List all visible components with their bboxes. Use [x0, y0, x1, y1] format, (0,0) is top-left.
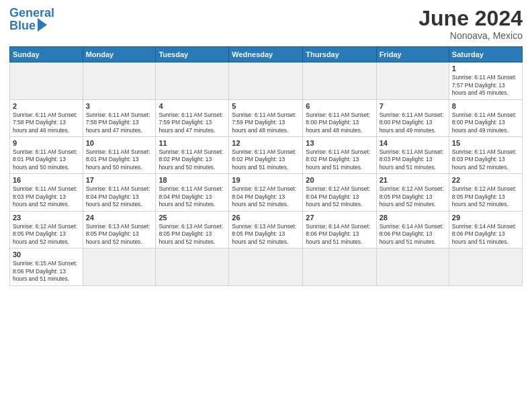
table-row: 8Sunrise: 6:11 AM Sunset: 8:00 PM Daylig…	[449, 99, 522, 136]
day-number: 18	[159, 176, 226, 184]
day-number: 20	[306, 176, 373, 184]
logo-triangle-icon	[38, 18, 47, 32]
table-row: 4Sunrise: 6:11 AM Sunset: 7:59 PM Daylig…	[156, 99, 229, 136]
table-row	[303, 62, 376, 99]
day-info: Sunrise: 6:15 AM Sunset: 8:06 PM Dayligh…	[13, 260, 80, 283]
calendar-week-row: 16Sunrise: 6:11 AM Sunset: 8:03 PM Dayli…	[10, 174, 523, 211]
table-row: 3Sunrise: 6:11 AM Sunset: 7:58 PM Daylig…	[83, 99, 156, 136]
calendar-week-row: 9Sunrise: 6:11 AM Sunset: 8:01 PM Daylig…	[10, 137, 523, 174]
day-info: Sunrise: 6:11 AM Sunset: 8:00 PM Dayligh…	[380, 111, 446, 134]
day-info: Sunrise: 6:12 AM Sunset: 8:04 PM Dayligh…	[306, 185, 373, 208]
table-row	[83, 248, 156, 285]
day-number: 19	[232, 176, 300, 184]
day-info: Sunrise: 6:11 AM Sunset: 8:03 PM Dayligh…	[452, 148, 519, 171]
table-row	[303, 248, 376, 285]
table-row	[229, 248, 303, 285]
day-number: 27	[306, 214, 373, 222]
table-row: 27Sunrise: 6:14 AM Sunset: 8:06 PM Dayli…	[303, 211, 376, 248]
day-info: Sunrise: 6:14 AM Sunset: 8:06 PM Dayligh…	[380, 223, 446, 246]
day-number: 2	[13, 102, 80, 110]
table-row: 1Sunrise: 6:11 AM Sunset: 7:57 PM Daylig…	[449, 62, 522, 99]
logo: General Blue	[9, 7, 54, 33]
col-friday: Friday	[376, 47, 449, 62]
day-info: Sunrise: 6:11 AM Sunset: 7:57 PM Dayligh…	[452, 74, 519, 97]
calendar-location: Nonoava, Mexico	[418, 30, 523, 41]
day-info: Sunrise: 6:12 AM Sunset: 8:05 PM Dayligh…	[452, 185, 519, 208]
table-row: 6Sunrise: 6:11 AM Sunset: 8:00 PM Daylig…	[303, 99, 376, 136]
day-number: 6	[306, 102, 373, 110]
day-number: 25	[159, 214, 226, 222]
day-info: Sunrise: 6:13 AM Sunset: 8:05 PM Dayligh…	[159, 223, 226, 246]
day-number: 4	[159, 102, 226, 110]
day-number: 23	[13, 214, 80, 222]
table-row: 13Sunrise: 6:11 AM Sunset: 8:02 PM Dayli…	[303, 137, 376, 174]
day-info: Sunrise: 6:14 AM Sunset: 8:06 PM Dayligh…	[452, 223, 519, 246]
day-number: 29	[452, 214, 519, 222]
day-number: 30	[13, 250, 80, 259]
day-info: Sunrise: 6:11 AM Sunset: 7:59 PM Dayligh…	[232, 111, 300, 134]
table-row	[449, 248, 522, 285]
day-info: Sunrise: 6:11 AM Sunset: 7:59 PM Dayligh…	[159, 111, 226, 134]
header: General Blue June 2024 Nonoava, Mexico	[9, 7, 523, 41]
table-row: 20Sunrise: 6:12 AM Sunset: 8:04 PM Dayli…	[303, 174, 376, 211]
day-number: 7	[380, 102, 446, 110]
table-row: 29Sunrise: 6:14 AM Sunset: 8:06 PM Dayli…	[449, 211, 522, 248]
table-row	[83, 62, 156, 99]
table-row: 5Sunrise: 6:11 AM Sunset: 7:59 PM Daylig…	[229, 99, 303, 136]
day-number: 28	[380, 214, 446, 222]
table-row: 10Sunrise: 6:11 AM Sunset: 8:01 PM Dayli…	[83, 137, 156, 174]
day-info: Sunrise: 6:11 AM Sunset: 8:03 PM Dayligh…	[13, 185, 80, 208]
col-monday: Monday	[83, 47, 156, 62]
table-row: 26Sunrise: 6:13 AM Sunset: 8:05 PM Dayli…	[229, 211, 303, 248]
table-row: 16Sunrise: 6:11 AM Sunset: 8:03 PM Dayli…	[10, 174, 83, 211]
day-number: 22	[452, 176, 519, 184]
calendar-week-row: 1Sunrise: 6:11 AM Sunset: 7:57 PM Daylig…	[10, 62, 523, 99]
day-info: Sunrise: 6:11 AM Sunset: 8:02 PM Dayligh…	[159, 148, 226, 171]
day-number: 5	[232, 102, 300, 110]
day-info: Sunrise: 6:11 AM Sunset: 8:03 PM Dayligh…	[380, 148, 446, 171]
table-row: 18Sunrise: 6:11 AM Sunset: 8:04 PM Dayli…	[156, 174, 229, 211]
day-info: Sunrise: 6:11 AM Sunset: 8:04 PM Dayligh…	[159, 185, 226, 208]
day-number: 1	[452, 64, 519, 73]
title-block: June 2024 Nonoava, Mexico	[418, 7, 523, 41]
col-thursday: Thursday	[303, 47, 376, 62]
day-info: Sunrise: 6:12 AM Sunset: 8:05 PM Dayligh…	[380, 185, 446, 208]
day-info: Sunrise: 6:11 AM Sunset: 7:58 PM Dayligh…	[86, 111, 153, 134]
table-row: 25Sunrise: 6:13 AM Sunset: 8:05 PM Dayli…	[156, 211, 229, 248]
table-row: 15Sunrise: 6:11 AM Sunset: 8:03 PM Dayli…	[449, 137, 522, 174]
day-info: Sunrise: 6:11 AM Sunset: 8:01 PM Dayligh…	[13, 148, 80, 171]
table-row: 22Sunrise: 6:12 AM Sunset: 8:05 PM Dayli…	[449, 174, 522, 211]
table-row: 2Sunrise: 6:11 AM Sunset: 7:58 PM Daylig…	[10, 99, 83, 136]
day-info: Sunrise: 6:14 AM Sunset: 8:06 PM Dayligh…	[306, 223, 373, 246]
day-info: Sunrise: 6:12 AM Sunset: 8:04 PM Dayligh…	[232, 185, 300, 208]
day-info: Sunrise: 6:13 AM Sunset: 8:05 PM Dayligh…	[232, 223, 300, 246]
day-number: 17	[86, 176, 153, 184]
day-info: Sunrise: 6:11 AM Sunset: 8:02 PM Dayligh…	[306, 148, 373, 171]
logo-blue: Blue	[9, 19, 36, 33]
table-row: 19Sunrise: 6:12 AM Sunset: 8:04 PM Dayli…	[229, 174, 303, 211]
table-row: 30Sunrise: 6:15 AM Sunset: 8:06 PM Dayli…	[10, 248, 83, 285]
day-info: Sunrise: 6:11 AM Sunset: 8:00 PM Dayligh…	[306, 111, 373, 134]
day-number: 11	[159, 139, 226, 147]
table-row: 14Sunrise: 6:11 AM Sunset: 8:03 PM Dayli…	[376, 137, 449, 174]
calendar-week-row: 23Sunrise: 6:12 AM Sunset: 8:05 PM Dayli…	[10, 211, 523, 248]
table-row: 9Sunrise: 6:11 AM Sunset: 8:01 PM Daylig…	[10, 137, 83, 174]
col-wednesday: Wednesday	[229, 47, 303, 62]
table-row: 12Sunrise: 6:11 AM Sunset: 8:02 PM Dayli…	[229, 137, 303, 174]
day-info: Sunrise: 6:11 AM Sunset: 8:02 PM Dayligh…	[232, 148, 300, 171]
calendar-table: Sunday Monday Tuesday Wednesday Thursday…	[9, 46, 523, 285]
table-row	[376, 62, 449, 99]
calendar-title: June 2024	[418, 7, 523, 30]
day-number: 3	[86, 102, 153, 110]
col-sunday: Sunday	[10, 47, 83, 62]
table-row	[156, 62, 229, 99]
day-number: 8	[452, 102, 519, 110]
page: General Blue June 2024 Nonoava, Mexico S…	[0, 0, 532, 411]
day-number: 21	[380, 176, 446, 184]
day-info: Sunrise: 6:11 AM Sunset: 8:00 PM Dayligh…	[452, 111, 519, 134]
day-info: Sunrise: 6:11 AM Sunset: 8:04 PM Dayligh…	[86, 185, 153, 208]
table-row	[10, 62, 83, 99]
calendar-header-row: Sunday Monday Tuesday Wednesday Thursday…	[10, 47, 523, 62]
day-number: 26	[232, 214, 300, 222]
day-number: 14	[380, 139, 446, 147]
